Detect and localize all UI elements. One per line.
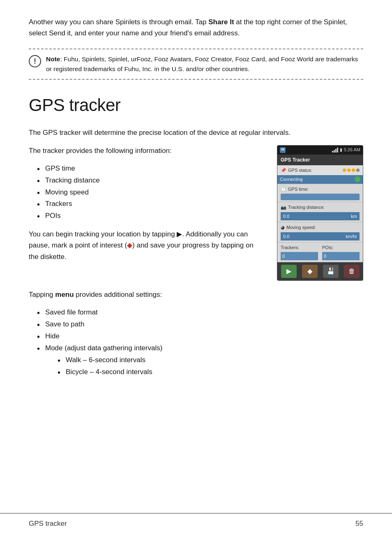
moving-speed-row: ◕ Moving speed: 0.0 km/hr [277,222,363,243]
pois-label: POIs: [322,244,360,251]
note-icon: ! [29,55,41,67]
list-item: Walk – 6-second intervals [58,354,363,366]
section-para4: Tapping menu provides additional setting… [29,289,363,300]
intro-text-before-bold: Another way you can share Spinlets is th… [29,18,208,26]
connecting-text: Connecting [280,176,303,183]
list-item: Bicycle – 4-second intervals [58,366,363,378]
signal-bars-icon [332,148,338,153]
page-footer: GPS tracker 55 [0,513,392,529]
list-item: Saved file format [37,307,363,319]
info-bullet-list: GPS time Tracking distance Moving speed … [37,163,265,222]
trackers-label: Trackers: [281,244,318,251]
dot-2 [347,169,350,172]
list-item: Tracking distance [37,175,265,187]
play-button[interactable]: ▶ [281,265,297,278]
section-para1: The GPS tracker will determine the preci… [29,127,363,138]
gps-time-row: 🕐 GPS time: [277,184,363,203]
moving-speed-unit: km/hr [346,233,357,240]
moving-speed-value-bar: 0.0 km/hr [281,232,360,241]
poi-button[interactable]: ◆ [302,265,318,278]
gps-status-label-row: 📌 GPS status: [277,165,363,176]
green-status-dot [355,176,360,182]
gps-time-label-row: 🕐 GPS time: [281,186,360,193]
connecting-bar: Connecting [277,175,363,184]
text-column: The tracker provides the following infor… [29,145,265,269]
pois-value: 0 [322,252,360,261]
trackers-pois-row: Trackers: 0 POIs: 0 [277,243,363,262]
para4-start: Tapping [29,291,55,298]
status-bar-right: ▮ 5:26 AM [332,146,360,153]
trackers-pois-container: Trackers: 0 POIs: 0 [281,244,360,260]
sub-bullet-list: Walk – 6-second intervals Bicycle – 4-se… [58,354,363,378]
note-content: : Fuhu, Spinlets, Spinlet, urFooz, Fooz … [46,55,358,72]
tracking-distance-label-row: 📷 Tracking distance: [281,204,360,211]
tracking-distance-value-bar: 0.0 km [281,212,360,221]
delete-button[interactable]: 🗑 [344,265,360,278]
list-item: Save to path [37,319,363,331]
battery-icon: ▮ [340,146,342,153]
clock-icon: 🕐 [281,186,286,193]
app-title: GPS Tracker [281,157,310,163]
list-item: Hide [37,331,363,342]
trackers-value: 0 [281,252,318,261]
dot-4 [356,169,360,172]
footer-page-number: 55 [355,518,363,529]
moving-speed-value: 0.0 [283,233,289,240]
share-it-bold: Share It [208,18,234,26]
status-time: 5:26 AM [344,146,360,153]
gps-screenshot: 🗺 ▮ 5:26 AM GPS Tracker [277,145,363,281]
list-item: POIs [37,210,265,222]
tracking-icon: 📷 [281,204,286,211]
note-label: Note [46,55,60,62]
section-para3: You can begin tracking your location by … [29,229,265,262]
footer-section-label: GPS tracker [29,518,67,529]
trackers-cell: Trackers: 0 [281,244,318,260]
section-para2: The tracker provides the following infor… [29,145,265,156]
tracking-distance-value: 0.0 [283,213,289,220]
save-button[interactable]: 💾 [323,265,339,278]
para3-start: You can begin tracking your location by … [29,230,177,238]
para4-end: provides additional settings: [74,291,162,298]
tracking-distance-unit: km [351,213,357,220]
pois-cell: POIs: 0 [322,244,360,260]
status-bar-left: 🗺 [280,147,286,153]
gps-dots [343,169,360,172]
gps-time-value-bar [281,194,360,200]
note-box: ! Note: Fuhu, Spinlets, Spinlet, urFooz,… [29,49,363,80]
menu-bold: menu [55,291,74,298]
speed-icon: ◕ [281,224,285,231]
action-buttons-row: ▶ ◆ 💾 🗑 [277,262,363,280]
list-item: GPS time [37,163,265,175]
status-bar: 🗺 ▮ 5:26 AM [277,146,363,155]
play-icon: ▶ [177,230,182,238]
menu-bullet-list: Saved file format Save to path Hide Mode… [37,307,363,378]
section-title: GPS tracker [29,92,363,118]
content-screenshot-container: The tracker provides the following infor… [29,145,363,281]
app-title-bar: GPS Tracker [277,155,363,165]
dot-1 [343,169,346,172]
tracking-distance-row: 📷 Tracking distance: 0.0 km [277,202,363,222]
list-item: Trackers [37,198,265,210]
note-text: Note: Fuhu, Spinlets, Spinlet, urFooz, F… [46,54,363,74]
dot-3 [352,169,355,172]
list-item: Moving speed [37,187,265,199]
poi-icon: ◆ [127,241,132,249]
intro-paragraph: Another way you can share Spinlets is th… [29,16,363,39]
gps-status-icon: 📌 [281,167,286,174]
app-icon: 🗺 [280,147,286,153]
list-item: Mode (adjust data gathering intervals) W… [37,342,363,378]
gps-status-label: 📌 GPS status: [281,167,312,174]
gps-status-row: 📌 GPS status: Connecting [277,165,363,184]
moving-speed-label-row: ◕ Moving speed: [281,224,360,231]
